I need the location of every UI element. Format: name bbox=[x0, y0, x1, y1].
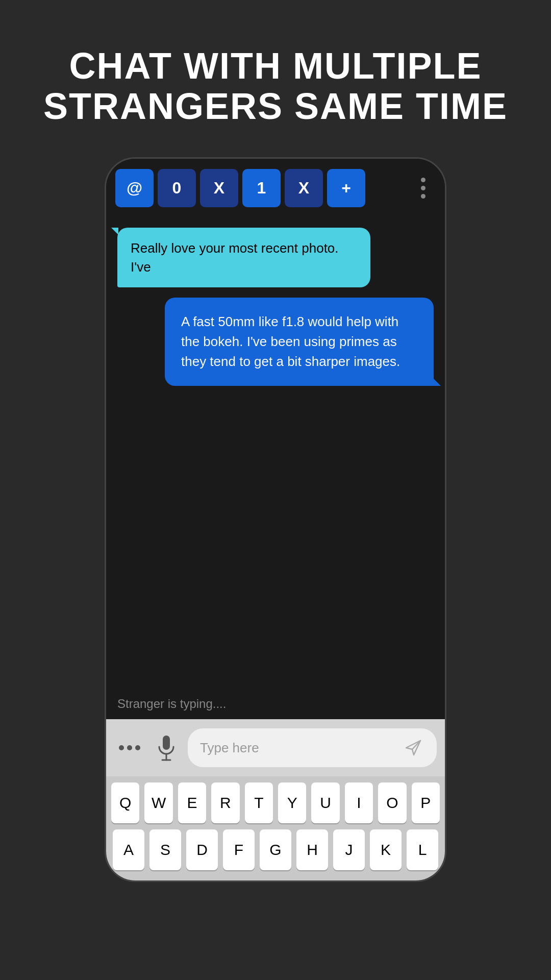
key-q[interactable]: Q bbox=[111, 782, 139, 823]
key-l[interactable]: L bbox=[407, 829, 438, 870]
tab-bar: @ 0 X 1 X + bbox=[106, 159, 445, 217]
tab-zero[interactable]: 0 bbox=[158, 169, 196, 207]
tab-x1[interactable]: X bbox=[200, 169, 238, 207]
svg-point-1 bbox=[127, 745, 132, 750]
dots-icon bbox=[118, 744, 141, 752]
key-w[interactable]: W bbox=[144, 782, 172, 823]
key-k[interactable]: K bbox=[370, 829, 402, 870]
key-y[interactable]: Y bbox=[278, 782, 306, 823]
text-input[interactable]: Type here bbox=[188, 728, 437, 767]
mic-icon bbox=[157, 734, 176, 761]
tab-x2[interactable]: X bbox=[285, 169, 323, 207]
keyboard-row-2: A S D F G H J K L bbox=[111, 829, 440, 870]
key-j[interactable]: J bbox=[333, 829, 365, 870]
send-button[interactable] bbox=[402, 737, 424, 759]
key-t[interactable]: T bbox=[245, 782, 273, 823]
key-s[interactable]: S bbox=[149, 829, 181, 870]
tab-one[interactable]: 1 bbox=[242, 169, 281, 207]
tab-at[interactable]: @ bbox=[115, 169, 154, 207]
keyboard-row-1: Q W E R T Y U I O P bbox=[111, 782, 440, 823]
received-message: Really love your most recent photo. I've bbox=[117, 228, 370, 287]
key-p[interactable]: P bbox=[412, 782, 440, 823]
key-f[interactable]: F bbox=[223, 829, 255, 870]
chat-area: Really love your most recent photo. I've… bbox=[106, 217, 445, 689]
svg-point-0 bbox=[119, 745, 124, 750]
send-icon bbox=[404, 738, 423, 757]
typing-indicator: Stranger is typing.... bbox=[106, 689, 445, 719]
svg-point-2 bbox=[135, 745, 140, 750]
key-d[interactable]: D bbox=[186, 829, 218, 870]
key-i[interactable]: I bbox=[345, 782, 373, 823]
key-r[interactable]: R bbox=[211, 782, 239, 823]
more-menu-button[interactable] bbox=[410, 169, 436, 207]
sent-message: A fast 50mm like f1.8 would help with th… bbox=[165, 298, 434, 386]
tab-plus[interactable]: + bbox=[327, 169, 365, 207]
input-area: Type here bbox=[106, 719, 445, 776]
key-h[interactable]: H bbox=[296, 829, 328, 870]
dot-icon bbox=[421, 194, 425, 199]
phone-mockup: @ 0 X 1 X + Really love your most recent… bbox=[105, 157, 446, 882]
page-title: CHAT WITH MULTIPLE STRANGERS SAME TIME bbox=[13, 46, 538, 127]
key-o[interactable]: O bbox=[378, 782, 406, 823]
key-e[interactable]: E bbox=[178, 782, 206, 823]
key-u[interactable]: U bbox=[311, 782, 339, 823]
dots-button[interactable] bbox=[114, 733, 145, 762]
dot-icon bbox=[421, 178, 425, 182]
keyboard: Q W E R T Y U I O P A S D F G H J K L bbox=[106, 776, 445, 880]
key-g[interactable]: G bbox=[260, 829, 291, 870]
dot-icon bbox=[421, 186, 425, 190]
mic-button[interactable] bbox=[151, 733, 182, 762]
svg-rect-3 bbox=[163, 736, 170, 750]
input-placeholder: Type here bbox=[200, 740, 259, 756]
key-a[interactable]: A bbox=[113, 829, 144, 870]
